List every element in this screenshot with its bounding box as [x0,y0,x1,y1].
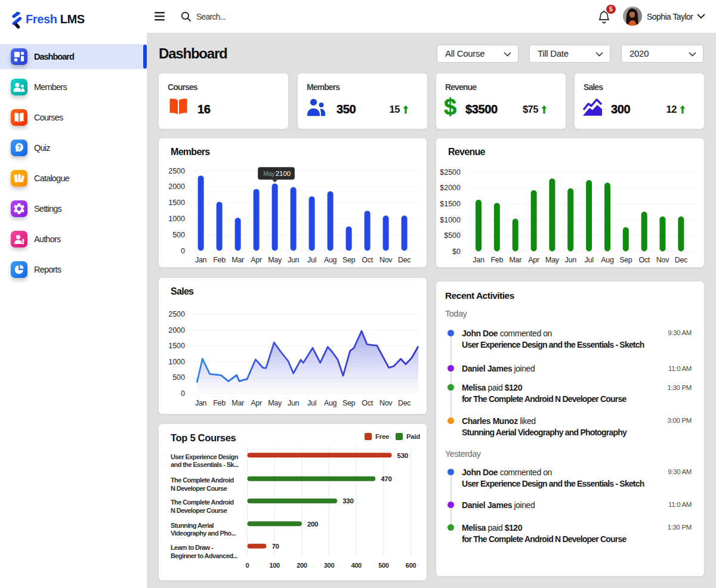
svg-text:0: 0 [181,389,185,398]
svg-text:Jan: Jan [195,256,207,264]
svg-text:Mar: Mar [509,256,521,264]
svg-text:$1500: $1500 [440,200,461,208]
svg-text:The Complete Android: The Complete Android [171,476,234,484]
svg-text:$2500: $2500 [440,168,461,177]
svg-text:2500: 2500 [168,167,185,175]
svg-text:Sep: Sep [342,399,356,407]
svg-text:Oct: Oct [638,256,650,264]
svg-text:Feb: Feb [213,256,226,264]
svg-text:$0: $0 [452,247,461,256]
svg-text:Oct: Oct [362,399,373,407]
svg-text:May: May [545,256,560,264]
svg-text:Apr: Apr [251,256,262,264]
svg-text:May: May [268,256,282,264]
svg-text:$2000: $2000 [440,184,461,192]
svg-text:200: 200 [307,521,318,528]
svg-text:530: 530 [397,452,408,459]
svg-text:1500: 1500 [168,342,185,350]
svg-text:400: 400 [351,562,362,569]
svg-text:Dec: Dec [398,256,411,264]
svg-text:200: 200 [297,562,307,569]
svg-text:300: 300 [324,562,335,569]
svg-text:Jul: Jul [585,256,594,264]
svg-text:Nov: Nov [656,256,669,264]
svg-text:$1000: $1000 [440,216,461,224]
svg-text:Dec: Dec [675,256,687,264]
svg-text:Sep: Sep [619,256,632,264]
svg-text:Feb: Feb [490,256,503,264]
svg-text:$500: $500 [444,231,461,240]
svg-text:Jun: Jun [288,399,300,407]
svg-text:Jun: Jun [288,256,300,264]
svg-text:500: 500 [172,231,185,239]
svg-text:Videography and Pho...: Videography and Pho... [171,530,236,537]
svg-text:May: May [268,399,282,407]
svg-text:70: 70 [272,543,279,550]
svg-text:Nov: Nov [379,399,393,407]
svg-text:500: 500 [378,562,389,569]
svg-text:Feb: Feb [213,399,226,407]
svg-text:Jan: Jan [195,399,207,407]
svg-text:Beginner to Advanced...: Beginner to Advanced... [171,552,237,559]
svg-text:Apr: Apr [251,399,262,407]
svg-text:1500: 1500 [168,199,185,207]
svg-text:?: ? [17,144,21,151]
svg-text:N Developer Course: N Developer Course [171,485,227,492]
svg-text:2000: 2000 [168,326,185,335]
svg-text:1000: 1000 [168,358,185,366]
svg-text:2500: 2500 [168,310,185,318]
svg-text:The Complete Android: The Complete Android [171,499,234,506]
svg-text:330: 330 [342,497,353,505]
svg-text:100: 100 [269,562,280,569]
svg-text:Aug: Aug [601,256,614,264]
svg-text:Oct: Oct [362,256,373,264]
svg-text:Stunning Aerial: Stunning Aerial [171,522,214,529]
svg-text:May: May [263,170,275,177]
svg-text:0: 0 [246,562,249,569]
svg-text:2000: 2000 [168,182,185,191]
svg-text:Aug: Aug [324,256,337,264]
svg-text:Paid: Paid [406,433,420,440]
svg-text:Jun: Jun [565,256,577,264]
svg-text:User Experience Design: User Experience Design [171,453,239,460]
svg-text:600: 600 [406,562,416,569]
svg-text:Jul: Jul [307,256,316,264]
svg-text:2100: 2100 [276,170,291,177]
svg-text:Jan: Jan [473,256,484,264]
svg-text:Nov: Nov [379,256,393,264]
svg-text:N Developer Course: N Developer Course [171,507,227,514]
svg-text:1000: 1000 [168,215,185,223]
svg-text:Mar: Mar [232,399,244,407]
svg-text:and the Essentials - Sk...: and the Essentials - Sk... [171,461,239,468]
svg-text:Apr: Apr [528,256,539,264]
svg-text:Mar: Mar [232,256,244,264]
svg-text:500: 500 [172,373,185,382]
svg-text:0: 0 [181,247,185,255]
svg-text:Sep: Sep [342,256,356,264]
svg-text:Dec: Dec [398,399,411,407]
svg-text:Free: Free [375,433,389,440]
svg-text:Learn to Draw -: Learn to Draw - [171,544,214,551]
svg-text:Aug: Aug [324,399,337,407]
svg-text:470: 470 [381,475,391,482]
svg-text:Jul: Jul [307,399,316,407]
